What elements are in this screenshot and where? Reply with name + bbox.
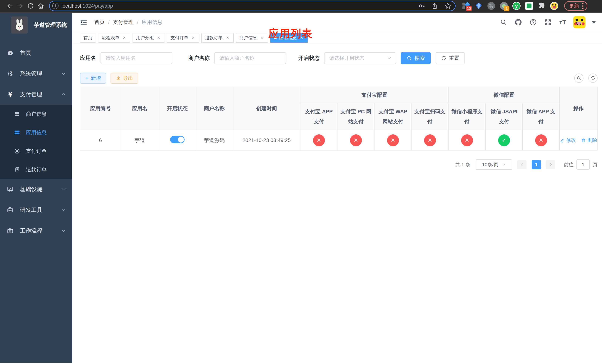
edit-link[interactable]: 修改: [560, 137, 576, 143]
tab-home[interactable]: 首页: [80, 33, 96, 43]
tab-refund-orders[interactable]: 退款订单×: [201, 33, 234, 43]
page-size-select[interactable]: 10条/页: [476, 160, 512, 170]
payment-submenu: 商户信息 应用信息 支付订单: [0, 105, 72, 179]
refresh-icon: [441, 55, 446, 61]
page-unit-label: 页: [593, 161, 598, 168]
extension-grid-icon[interactable]: 10: [462, 2, 470, 10]
yen-icon: ¥: [7, 91, 13, 97]
password-key-icon[interactable]: [418, 3, 425, 9]
tab-user-group[interactable]: 用户分组×: [133, 33, 165, 43]
extension-emoji-icon[interactable]: [550, 2, 558, 10]
extension-gem-icon[interactable]: [475, 2, 483, 10]
close-icon[interactable]: ×: [259, 35, 265, 40]
col-created: 创建时间: [233, 87, 301, 130]
chevron-left-icon: [520, 162, 524, 167]
table-row: 6 芋道 芋道源码 2021-10-23 08:49:25 ✕ ✕ ✕ ✕ ✕ …: [80, 130, 598, 150]
avatar-caret-icon[interactable]: [592, 21, 596, 23]
share-icon[interactable]: [431, 3, 438, 9]
search-icon: [407, 55, 412, 61]
page-1-button[interactable]: 1: [532, 160, 541, 169]
close-icon[interactable]: ×: [225, 35, 230, 40]
header-search-icon[interactable]: [499, 18, 508, 26]
fullscreen-icon[interactable]: [544, 18, 552, 26]
close-icon[interactable]: ×: [156, 35, 161, 40]
sidebar-item-pay-orders[interactable]: 支付订单: [0, 142, 72, 160]
alipay-app-status-icon: ✕: [313, 134, 325, 146]
user-avatar[interactable]: [573, 16, 586, 28]
sidebar-collapse-icon[interactable]: [80, 19, 87, 26]
font-size-icon[interactable]: тT: [559, 18, 567, 26]
sidebar-item-infrastructure[interactable]: 基础设施: [0, 179, 72, 200]
briefcase-icon: [7, 227, 13, 234]
merchant-name-label: 商户名称: [188, 54, 210, 62]
close-icon[interactable]: ×: [122, 35, 127, 40]
extension-chat-icon[interactable]: [525, 2, 533, 10]
cell-app-name: 芋道: [121, 130, 159, 150]
refresh-table-button[interactable]: [588, 74, 598, 83]
extensions-puzzle-icon[interactable]: [538, 2, 546, 10]
sidebar-item-workflow[interactable]: 工作流程: [0, 220, 72, 241]
tab-process-form[interactable]: 流程表单×: [98, 33, 130, 43]
goto-label: 前往: [564, 161, 573, 168]
wx-lite-status-icon: ✕: [461, 134, 473, 146]
extensions-area: 10 ⌘ 1 y: [462, 2, 558, 10]
chrome-update-button[interactable]: 更新: [564, 1, 587, 11]
delete-link[interactable]: 删除: [581, 137, 597, 143]
col-app-id: 应用编号: [80, 87, 121, 130]
merchant-name-input[interactable]: [214, 52, 286, 64]
next-page-button[interactable]: [546, 160, 555, 169]
col-group-alipay: 支付宝配置: [301, 87, 449, 103]
toolbox-icon: [7, 207, 13, 213]
sidebar-item-dev-tools[interactable]: 研发工具: [0, 200, 72, 220]
status-select[interactable]: 请选择开启状态: [324, 52, 396, 64]
export-button[interactable]: 导出: [110, 73, 138, 84]
tab-pay-orders[interactable]: 支付订单×: [167, 33, 199, 43]
sidebar-item-app-info[interactable]: 应用信息: [0, 123, 72, 142]
col-alipay-qr: 支付宝扫码支付: [411, 103, 449, 130]
breadcrumb-payment[interactable]: 支付管理: [113, 19, 134, 26]
chevron-down-icon: [61, 208, 66, 212]
extension-y-icon[interactable]: y: [512, 2, 521, 10]
add-button[interactable]: + 新增: [80, 73, 106, 84]
show-search-button[interactable]: [574, 74, 583, 83]
col-actions: 操作: [559, 87, 598, 130]
app-name-input[interactable]: [100, 52, 172, 64]
bookmark-star-icon[interactable]: [444, 2, 451, 10]
total-count: 共 1 条: [455, 161, 470, 168]
extension-command-icon[interactable]: ⌘: [487, 2, 495, 10]
browser-menu-icon[interactable]: [582, 3, 583, 9]
breadcrumb-home[interactable]: 首页: [94, 19, 105, 26]
sidebar-item-merchant-info[interactable]: 商户信息: [0, 105, 72, 123]
chevron-down-icon: [61, 71, 66, 76]
refresh-icon: [591, 76, 595, 81]
extension-camera-icon[interactable]: 1: [500, 2, 508, 10]
table-toolbar: + 新增 导出: [80, 73, 598, 84]
site-info-icon[interactable]: i: [52, 3, 58, 9]
reload-icon[interactable]: [26, 2, 35, 10]
github-icon[interactable]: [514, 18, 523, 26]
forward-icon[interactable]: [16, 2, 24, 10]
filter-form: 应用名 商户名称 开启状态 请选择开启状态 搜索 重置: [80, 52, 598, 64]
prev-page-button[interactable]: [517, 160, 527, 169]
status-toggle[interactable]: [170, 136, 184, 143]
back-icon[interactable]: [6, 2, 14, 10]
extension-badge: 1: [504, 6, 509, 11]
sidebar-item-system[interactable]: ⚙ 系统管理: [0, 63, 72, 84]
help-icon[interactable]: [529, 18, 538, 26]
home-icon[interactable]: [37, 2, 45, 10]
reset-button[interactable]: 重置: [436, 52, 465, 64]
monitor-icon: [7, 186, 13, 192]
breadcrumb-current: 应用信息: [142, 19, 162, 26]
goto-page-input[interactable]: [576, 160, 590, 170]
address-bar[interactable]: i localhost:1024/pay/app: [50, 1, 455, 11]
alipay-qr-status-icon: ✕: [424, 134, 436, 146]
sidebar-item-payment[interactable]: ¥ 支付管理: [0, 84, 72, 105]
search-button[interactable]: 搜索: [401, 52, 431, 64]
pagination: 共 1 条 10条/页 1 前往 页: [80, 160, 598, 170]
tags-view: 首页 流程表单× 用户分组× 支付订单× 退款订单× 商户信息× 应用信息×: [72, 32, 602, 44]
sidebar-item-home[interactable]: 首页: [0, 43, 72, 63]
tab-merchant-info[interactable]: 商户信息×: [236, 33, 268, 43]
close-icon[interactable]: ×: [191, 35, 196, 40]
sidebar-item-refund-orders[interactable]: 退款订单: [0, 160, 72, 179]
app-table: 应用编号 应用名 开启状态 商户名称 创建时间 支付宝配置 微信配置 操作 支付…: [80, 87, 598, 150]
